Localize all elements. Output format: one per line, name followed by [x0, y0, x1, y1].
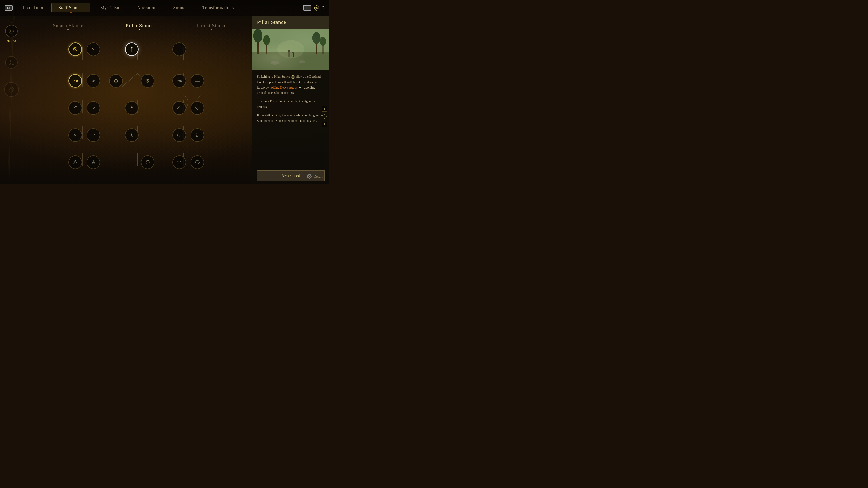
return-label: Return	[313, 174, 323, 178]
svg-point-74	[271, 61, 280, 65]
nav-mysticism[interactable]: Mysticism	[94, 3, 127, 12]
smash-node-r4-l[interactable]	[68, 156, 82, 169]
scroll-icon	[322, 114, 327, 119]
svg-point-82	[292, 76, 293, 78]
svg-point-13	[10, 60, 12, 62]
svg-point-83	[292, 75, 293, 76]
svg-point-79	[292, 52, 294, 53]
svg-point-14	[9, 63, 11, 65]
smash-node-r2-r[interactable]	[87, 101, 100, 115]
info-description: Switching to Pillar Stance allows the De…	[252, 70, 329, 168]
svg-point-54	[131, 47, 132, 48]
nav-staff-stances[interactable]: Staff Stances	[51, 3, 90, 12]
smash-node-top-l[interactable]	[68, 42, 82, 56]
svg-rect-65	[252, 52, 329, 70]
svg-point-17	[10, 88, 13, 91]
info-image	[252, 29, 329, 70]
smash-node-top-r[interactable]	[87, 42, 100, 56]
nav-items: Foundation Staff Stances | Mysticism | A…	[16, 3, 301, 12]
stances-header: Smash Stance Pillar Stance Thrust Stance	[29, 20, 246, 30]
sidebar-icon-3	[4, 82, 19, 97]
nav-sep-1: |	[90, 5, 94, 10]
thrust-node-r2-r[interactable]	[191, 101, 204, 115]
smash-node-r1-l[interactable]	[68, 74, 82, 88]
svg-point-56	[76, 80, 78, 82]
pillar-stance-header: Pillar Stance	[126, 23, 154, 29]
svg-point-8	[316, 7, 317, 8]
nav-right: R1 2	[301, 5, 324, 11]
return-button[interactable]: Return	[307, 174, 323, 179]
svg-rect-70	[316, 38, 317, 54]
scroll-down-button[interactable]: ▼	[322, 122, 327, 127]
svg-point-86	[324, 116, 325, 117]
thrust-node-r4-r[interactable]	[191, 156, 204, 169]
pillar-stance-title: Pillar Stance	[126, 23, 154, 28]
sidebar-icon-2	[5, 56, 18, 69]
nav-sep-2: |	[127, 5, 130, 10]
svg-marker-84	[299, 86, 301, 89]
smash-stance-title: Smash Stance	[53, 23, 84, 28]
pillar-node-r3[interactable]	[125, 128, 138, 142]
sidebar-focus-counter: 2 / 3	[7, 39, 16, 43]
pillar-node-r4[interactable]	[141, 156, 154, 169]
svg-rect-78	[293, 53, 294, 57]
focus-icon	[313, 5, 320, 11]
desc-paragraph-3: If the staff is hit by the enemy while p…	[257, 113, 324, 124]
info-title: Pillar Stance	[257, 19, 324, 25]
thrust-node-r1-r[interactable]	[191, 74, 204, 88]
smash-node-r1-r[interactable]	[87, 74, 100, 88]
svg-point-77	[288, 50, 290, 52]
svg-rect-64	[252, 29, 329, 52]
thrust-node-r2-l[interactable]	[173, 101, 186, 115]
l1-button[interactable]: L1	[4, 5, 13, 11]
svg-point-73	[320, 37, 326, 46]
highlight-action: holding Heavy Attack	[270, 86, 298, 89]
sidebar-pillar-icon	[5, 25, 18, 37]
nav-alteration[interactable]: Alteration	[130, 3, 163, 12]
pillar-node-r1-r[interactable]	[141, 74, 154, 88]
svg-point-12	[8, 41, 9, 42]
pillar-node-r2[interactable]	[125, 101, 138, 115]
svg-rect-68	[266, 40, 268, 54]
smash-node-r4-r[interactable]	[87, 156, 100, 169]
nav-sep-4: |	[192, 5, 195, 10]
thrust-node-r3-r[interactable]	[191, 128, 204, 142]
svg-point-80	[277, 40, 305, 58]
focus-count: 2	[322, 5, 324, 11]
smash-node-r3-r[interactable]	[87, 128, 100, 142]
svg-point-59	[76, 106, 77, 107]
tree-nodes-area	[29, 30, 246, 183]
pillar-node-r1-l[interactable]	[109, 74, 123, 88]
svg-rect-76	[289, 52, 289, 57]
nav-strand[interactable]: Strand	[166, 3, 192, 12]
svg-point-85	[323, 115, 327, 119]
svg-point-71	[312, 32, 320, 44]
svg-point-9	[9, 29, 13, 33]
svg-rect-72	[322, 41, 324, 54]
svg-point-10	[10, 30, 12, 32]
svg-line-23	[122, 73, 137, 87]
svg-rect-66	[257, 36, 259, 54]
desc-paragraph-2: The more Focus Point he builds, the high…	[257, 99, 324, 109]
nav-foundation[interactable]: Foundation	[16, 3, 51, 12]
thrust-node-r4-l[interactable]	[173, 156, 186, 169]
svg-point-75	[299, 60, 306, 63]
smash-node-r3-l[interactable]	[68, 128, 82, 142]
skill-tree: Smash Stance Pillar Stance Thrust Stance	[23, 16, 252, 184]
scroll-up-button[interactable]: ▲	[322, 106, 327, 111]
smash-node-r2-l[interactable]	[68, 101, 82, 115]
thrust-node-top[interactable]	[173, 42, 186, 56]
return-icon	[307, 174, 312, 179]
svg-point-67	[253, 29, 262, 42]
main-content: 2 / 3	[0, 16, 329, 184]
svg-point-90	[309, 176, 310, 177]
thrust-node-r3-l[interactable]	[173, 128, 186, 142]
pillar-node-top[interactable]	[125, 42, 138, 56]
thrust-node-r1-l[interactable]	[173, 74, 186, 88]
left-sidebar: 2 / 3	[0, 16, 23, 184]
nav-transformations[interactable]: Transformations	[195, 3, 241, 12]
r1-button[interactable]: R1	[303, 5, 311, 11]
svg-point-69	[264, 35, 270, 45]
svg-point-62	[74, 160, 76, 162]
svg-point-16	[9, 87, 14, 92]
